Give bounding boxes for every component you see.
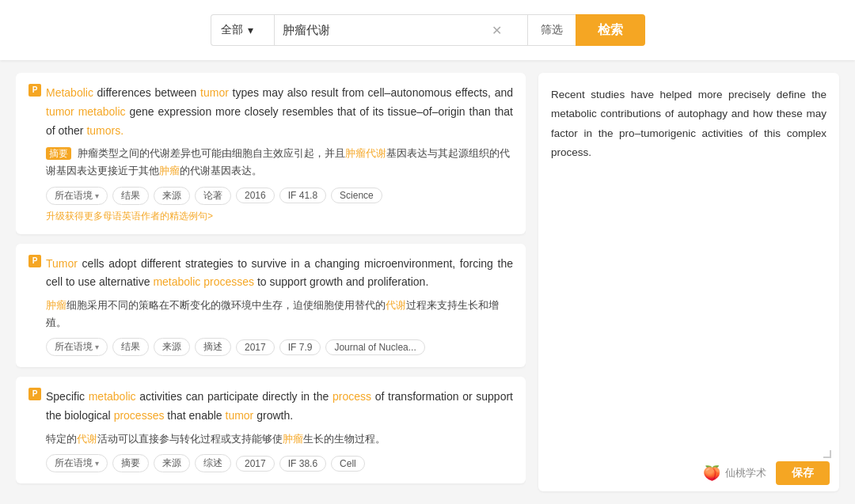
text-3a: Specific	[46, 390, 89, 403]
book-icon-1: P	[28, 84, 41, 97]
card-header-3: P Specific metabolic activities can part…	[28, 388, 513, 472]
save-button[interactable]: 保存	[776, 461, 830, 485]
tag-if-2: IF 7.9	[279, 339, 321, 355]
tag-result-2[interactable]: 结果	[112, 338, 149, 356]
tag-source-1[interactable]: 来源	[154, 187, 190, 205]
badge-1: 摘要	[46, 147, 71, 160]
cn-highlight-tumor-2: 肿瘤	[46, 299, 66, 311]
result-card-2: P Tumor cells adopt different strategies…	[16, 244, 526, 368]
tag-arrow-3: ▾	[95, 459, 99, 468]
highlight-metabolic-2: metabolic processes	[153, 275, 254, 288]
card-body-3: Specific metabolic activities can partic…	[46, 388, 513, 472]
highlight-tumor-1b: tumor	[46, 105, 74, 118]
clear-icon[interactable]: ✕	[488, 23, 505, 38]
card-cn-text-1: 摘要 肿瘤类型之间的代谢差异也可能由细胞自主效应引起，并且肿瘤代谢基因表达与其起…	[46, 145, 513, 180]
right-footer: 🍑 仙桃学术 保存	[538, 455, 839, 491]
highlight-tumor-2: Tumor	[46, 257, 78, 270]
tag-if-1: IF 41.8	[279, 188, 326, 203]
tag-context-3[interactable]: 所在语境 ▾	[46, 454, 108, 472]
search-button[interactable]: 检索	[576, 14, 645, 46]
right-panel: Recent studies have helped more precisel…	[538, 73, 839, 491]
filter-button[interactable]: 筛选	[527, 14, 576, 46]
tag-journal-2: Journal of Nuclea...	[325, 339, 424, 355]
cn-highlight-1: 肿瘤代谢	[345, 147, 386, 159]
card-tags-2: 所在语境 ▾ 结果 来源 摘述 2017 IF 7.9 Journal of N…	[46, 338, 513, 356]
tag-result-3[interactable]: 摘要	[112, 454, 149, 472]
tag-arrow-2: ▾	[95, 343, 99, 351]
text-1a: differences between	[97, 86, 200, 99]
cn-3a: 特定的	[46, 433, 77, 445]
tag-arrow-1: ▾	[95, 191, 99, 200]
result-card-3: P Specific metabolic activities can part…	[16, 377, 526, 483]
tag-journal-1: Science	[331, 188, 382, 203]
cn-3c: 生长的生物过程。	[303, 433, 386, 445]
card-header-1: P Metabolic differences between tumor ty…	[28, 84, 513, 223]
tag-type-3[interactable]: 综述	[195, 454, 231, 472]
book-icon-2: P	[28, 255, 41, 267]
card-tags-1: 所在语境 ▾ 结果 来源 论著 2016 IF 41.8 Science	[46, 187, 513, 205]
tag-year-2: 2017	[236, 339, 275, 355]
cn-highlight-metabolic-2: 代谢	[386, 299, 406, 311]
card-cn-text-2: 肿瘤细胞采用不同的策略在不断变化的微环境中生存，迫使细胞使用替代的代谢过程来支持…	[46, 297, 513, 332]
right-panel-text: Recent studies have helped more precisel…	[551, 85, 826, 479]
highlight-tumor-3: tumor	[226, 409, 254, 422]
text-1b: types may also result from cell–autonomo…	[233, 86, 514, 99]
text-3d: that enable	[167, 409, 225, 422]
cn-highlight-1b: 肿瘤	[159, 165, 180, 176]
result-card-1: P Metabolic differences between tumor ty…	[16, 73, 526, 234]
tag-context-2[interactable]: 所在语境 ▾	[46, 338, 108, 356]
tag-context-1[interactable]: 所在语境 ▾	[46, 187, 108, 205]
highlight-process-3: process	[332, 390, 371, 403]
text-3e: growth.	[256, 409, 293, 422]
card-header-2: P Tumor cells adopt different strategies…	[28, 255, 513, 357]
main-content: P Metabolic differences between tumor ty…	[0, 60, 855, 504]
card-cn-text-3: 特定的代谢活动可以直接参与转化过程或支持能够使肿瘤生长的生物过程。	[46, 430, 513, 448]
cn-highlight-metabolic-3: 代谢	[77, 433, 97, 445]
tag-type-1[interactable]: 论著	[195, 187, 231, 205]
card-en-text-3: Specific metabolic activities can partic…	[46, 388, 513, 426]
book-icon-3: P	[28, 388, 41, 400]
highlight-metabolic-3: metabolic	[89, 390, 136, 403]
card-en-text-1: Metabolic differences between tumor type…	[46, 84, 513, 140]
card-body-2: Tumor cells adopt different strategies t…	[46, 255, 513, 357]
cn-text-1: 肿瘤类型之间的代谢差异也可能由细胞自主效应引起，并且	[78, 147, 345, 159]
tag-year-1: 2016	[236, 188, 275, 203]
tag-journal-3: Cell	[331, 456, 365, 472]
cn-2a: 细胞采用不同的策略在不断变化的微环境中生存，迫使细胞使用替代的	[66, 299, 386, 311]
highlight-processes-3: processes	[114, 409, 165, 422]
cn-highlight-tumor-3: 肿瘤	[283, 433, 303, 445]
highlight-metabolic-1b: metabolic	[78, 105, 126, 118]
category-label: 全部	[221, 23, 243, 37]
tag-if-3: IF 38.6	[279, 456, 326, 472]
search-input[interactable]	[283, 24, 488, 37]
tag-source-3[interactable]: 来源	[154, 454, 190, 472]
tag-result-1[interactable]: 结果	[112, 187, 149, 205]
highlight-tumors-1: tumors.	[86, 124, 124, 137]
logo-text: 仙桃学术	[725, 466, 766, 480]
logo-area: 🍑 仙桃学术	[703, 464, 766, 482]
search-input-wrap: ✕	[274, 14, 527, 46]
logo-icon: 🍑	[703, 464, 720, 482]
text-2b: to support growth and proliferation.	[257, 275, 428, 288]
card-body-1: Metabolic differences between tumor type…	[46, 84, 513, 223]
left-panel: P Metabolic differences between tumor ty…	[16, 73, 526, 491]
tag-type-2[interactable]: 摘述	[195, 338, 231, 356]
highlight-metabolic-1: Metabolic	[46, 86, 93, 99]
upgrade-link[interactable]: 升级获得更多母语英语作者的精选例句>	[46, 210, 513, 223]
tag-source-2[interactable]: 来源	[154, 338, 190, 356]
tag-year-3: 2017	[236, 456, 275, 472]
card-en-text-2: Tumor cells adopt different strategies t…	[46, 255, 513, 293]
category-select[interactable]: 全部 ▾	[211, 14, 274, 46]
highlight-tumor-1a: tumor	[200, 86, 229, 99]
text-3b: activities can participate directly in t…	[139, 390, 332, 403]
cn-3b: 活动可以直接参与转化过程或支持能够使	[97, 433, 283, 445]
cn-text-1c: 的代谢基因表达。	[180, 165, 262, 176]
chevron-down-icon: ▾	[248, 24, 253, 36]
card-tags-3: 所在语境 ▾ 摘要 来源 综述 2017 IF 38.6 Cell	[46, 454, 513, 472]
search-bar: 全部 ▾ ✕ 筛选 检索	[0, 0, 855, 60]
